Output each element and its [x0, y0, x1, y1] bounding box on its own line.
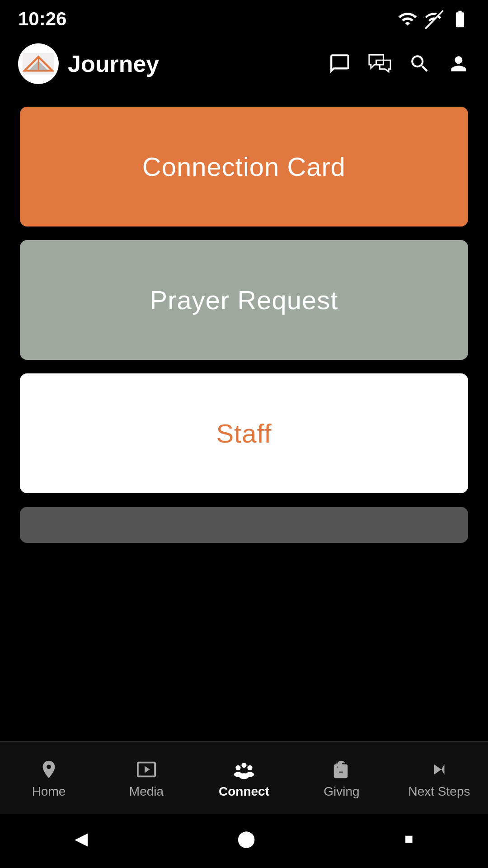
- nav-label-next-steps: Next Steps: [408, 784, 470, 799]
- messages-icon[interactable]: [367, 52, 392, 75]
- recents-button[interactable]: ■: [404, 830, 413, 847]
- home-button[interactable]: ⬤: [237, 829, 255, 848]
- signal-icon: [424, 9, 444, 29]
- svg-point-4: [235, 765, 240, 770]
- nav-item-home[interactable]: Home: [0, 759, 98, 799]
- app-title: Journey: [68, 50, 159, 77]
- app-header: Journey: [0, 34, 488, 93]
- nav-item-connect[interactable]: Connect: [195, 759, 293, 799]
- nav-item-next-steps[interactable]: Next Steps: [390, 759, 488, 799]
- svg-point-9: [239, 773, 249, 779]
- status-time: 10:26: [18, 8, 66, 30]
- android-nav: ◀ ⬤ ■: [0, 814, 488, 868]
- search-icon[interactable]: [408, 52, 431, 75]
- connection-card-button[interactable]: Connection Card: [20, 107, 468, 226]
- nav-item-media[interactable]: Media: [98, 759, 195, 799]
- svg-point-5: [241, 763, 246, 768]
- nav-label-connect: Connect: [219, 784, 269, 799]
- partial-card[interactable]: [20, 507, 468, 543]
- bottom-nav: Home Media Connect Giving: [0, 741, 488, 814]
- nav-label-home: Home: [32, 784, 66, 799]
- wifi-icon: [398, 9, 418, 29]
- connect-nav-icon: [232, 759, 256, 780]
- giving-nav-icon: [331, 759, 352, 780]
- chat-icon[interactable]: [328, 52, 351, 75]
- nav-label-media: Media: [129, 784, 164, 799]
- back-button[interactable]: ◀: [75, 829, 88, 849]
- media-nav-icon: [136, 759, 157, 780]
- header-right: [328, 52, 470, 75]
- prayer-request-button[interactable]: Prayer Request: [20, 240, 468, 360]
- prayer-request-label: Prayer Request: [150, 285, 338, 315]
- staff-button[interactable]: Staff: [20, 373, 468, 493]
- svg-point-6: [247, 765, 252, 770]
- status-bar: 10:26: [0, 0, 488, 34]
- battery-icon: [450, 9, 470, 29]
- nav-item-giving[interactable]: Giving: [293, 759, 390, 799]
- next-steps-nav-icon: [429, 759, 450, 780]
- home-nav-icon: [38, 759, 59, 780]
- connection-card-label: Connection Card: [142, 151, 346, 182]
- staff-label: Staff: [216, 418, 272, 448]
- main-content: Connection Card Prayer Request Staff: [0, 93, 488, 741]
- nav-label-giving: Giving: [324, 784, 359, 799]
- logo-svg: [23, 52, 54, 75]
- profile-icon[interactable]: [447, 52, 470, 75]
- app-logo: [18, 43, 59, 84]
- header-left: Journey: [18, 43, 159, 84]
- status-icons: [398, 9, 470, 29]
